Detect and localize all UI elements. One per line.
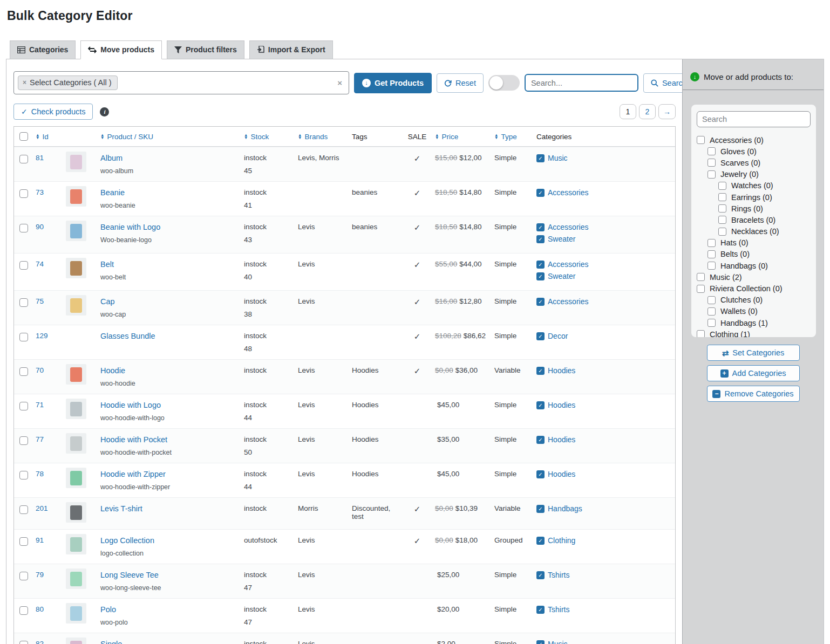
row-id-link[interactable]: 71 [36, 401, 44, 409]
product-link[interactable]: Single [100, 640, 122, 644]
row-checkbox[interactable] [19, 155, 28, 163]
category-checked-icon[interactable]: ✓ [536, 223, 545, 231]
category-checked-icon[interactable]: ✓ [536, 401, 545, 409]
tree-checkbox[interactable] [718, 182, 726, 190]
filter-toggle[interactable] [488, 75, 520, 91]
category-link[interactable]: Hoodies [548, 401, 575, 409]
tree-label[interactable]: Necklaces (0) [731, 227, 779, 236]
row-id-link[interactable]: 82 [36, 640, 44, 644]
category-link[interactable]: Accessories [548, 297, 588, 306]
tree-label[interactable]: Gloves (0) [720, 147, 757, 156]
tree-checkbox[interactable] [718, 228, 726, 236]
tree-checkbox[interactable] [697, 285, 705, 293]
category-tree-search-input[interactable] [697, 111, 811, 127]
category-link[interactable]: Music [548, 154, 568, 162]
tree-checkbox[interactable] [718, 193, 726, 201]
category-link[interactable]: Hoodies [548, 435, 575, 444]
row-checkbox[interactable] [19, 402, 28, 410]
category-checked-icon[interactable]: ✓ [536, 436, 545, 444]
tree-label[interactable]: Belts (0) [720, 250, 750, 258]
tree-checkbox[interactable] [707, 170, 716, 179]
tree-checkbox[interactable] [718, 204, 726, 213]
page-button-2[interactable]: 2 [639, 104, 656, 119]
product-link[interactable]: Hoodie with Zipper [100, 470, 166, 478]
column-header-product[interactable]: ▲▼Product / SKU [98, 127, 242, 146]
category-select[interactable]: × Select Categories ( All ) × [13, 71, 349, 94]
row-id-link[interactable]: 201 [36, 504, 48, 512]
get-products-button[interactable]: ↓ Get Products [354, 73, 432, 93]
row-id-link[interactable]: 77 [36, 435, 44, 443]
product-link[interactable]: Long Sleeve Tee [100, 571, 159, 579]
tab-product-filters[interactable]: Product filters [167, 40, 244, 59]
column-header-id[interactable]: ▲▼Id [33, 127, 64, 146]
product-link[interactable]: Belt [100, 260, 114, 269]
product-link[interactable]: Beanie [100, 188, 125, 197]
tab-move-products[interactable]: Move products [80, 40, 162, 59]
category-link[interactable]: Clothing [548, 536, 575, 545]
select-clear-icon[interactable]: × [337, 78, 342, 87]
category-link[interactable]: Tshirts [548, 605, 569, 614]
category-checked-icon[interactable]: ✓ [536, 332, 545, 340]
category-link[interactable]: Hoodies [548, 366, 575, 375]
row-id-link[interactable]: 129 [36, 332, 48, 340]
category-checked-icon[interactable]: ✓ [536, 571, 545, 579]
category-link[interactable]: Accessories [548, 188, 588, 197]
row-checkbox[interactable] [19, 641, 28, 644]
product-link[interactable]: Logo Collection [100, 536, 154, 545]
selected-category-chip[interactable]: × Select Categories ( All ) [18, 76, 118, 90]
category-checked-icon[interactable]: ✓ [536, 640, 545, 644]
product-link[interactable]: Cap [100, 297, 115, 306]
category-checked-icon[interactable]: ✓ [536, 537, 545, 545]
tree-checkbox[interactable] [697, 136, 705, 144]
row-checkbox[interactable] [19, 333, 28, 341]
category-checked-icon[interactable]: ✓ [536, 367, 545, 375]
row-checkbox[interactable] [19, 367, 28, 376]
category-link[interactable]: Accessories [548, 260, 588, 269]
tree-checkbox[interactable] [707, 307, 716, 316]
tree-checkbox[interactable] [707, 147, 716, 155]
category-link[interactable]: Tshirts [548, 571, 569, 579]
tree-label[interactable]: Scarves (0) [720, 159, 760, 167]
check-products-button[interactable]: ✓ Check products [13, 104, 93, 120]
select-all-checkbox[interactable] [19, 132, 28, 141]
search-input[interactable] [525, 74, 638, 92]
tree-label[interactable]: Earrings (0) [731, 193, 772, 202]
row-checkbox[interactable] [19, 471, 28, 479]
category-link[interactable]: Sweater [548, 272, 575, 280]
row-checkbox[interactable] [19, 189, 28, 198]
column-header-stock[interactable]: ▲▼Stock [242, 127, 296, 146]
product-link[interactable]: Hoodie with Logo [100, 401, 161, 409]
row-id-link[interactable]: 90 [36, 223, 44, 231]
tree-label[interactable]: Wallets (0) [720, 307, 758, 316]
row-id-link[interactable]: 73 [36, 188, 44, 196]
category-checked-icon[interactable]: ✓ [536, 272, 545, 280]
product-link[interactable]: Levis T-shirt [100, 504, 142, 513]
tree-checkbox[interactable] [697, 330, 705, 337]
row-checkbox[interactable] [19, 298, 28, 307]
tree-checkbox[interactable] [697, 273, 705, 281]
category-checked-icon[interactable]: ✓ [536, 505, 545, 513]
tab-categories[interactable]: Categories [10, 40, 76, 59]
reset-button[interactable]: Reset [437, 73, 484, 93]
row-checkbox[interactable] [19, 606, 28, 615]
tree-label[interactable]: Accessories (0) [710, 136, 764, 145]
row-checkbox[interactable] [19, 261, 28, 270]
tree-label[interactable]: Hats (0) [720, 238, 749, 247]
category-checked-icon[interactable]: ✓ [536, 298, 545, 306]
tree-label[interactable]: Clothing (1) [710, 330, 750, 337]
category-checked-icon[interactable]: ✓ [536, 189, 545, 197]
row-id-link[interactable]: 75 [36, 297, 44, 305]
row-id-link[interactable]: 80 [36, 605, 44, 613]
tree-label[interactable]: Music (2) [710, 273, 742, 282]
category-link[interactable]: Decor [548, 332, 568, 340]
next-page-button[interactable]: → [658, 104, 676, 119]
row-id-link[interactable]: 91 [36, 536, 44, 544]
category-link[interactable]: Accessories [548, 223, 588, 231]
row-id-link[interactable]: 78 [36, 470, 44, 478]
product-link[interactable]: Glasses Bundle [100, 332, 155, 340]
column-header-type[interactable]: ▲▼Type [492, 127, 534, 146]
tree-checkbox[interactable] [718, 216, 726, 224]
category-link[interactable]: Hoodies [548, 470, 575, 478]
tree-checkbox[interactable] [707, 159, 716, 167]
tree-label[interactable]: Bracelets (0) [731, 216, 775, 224]
